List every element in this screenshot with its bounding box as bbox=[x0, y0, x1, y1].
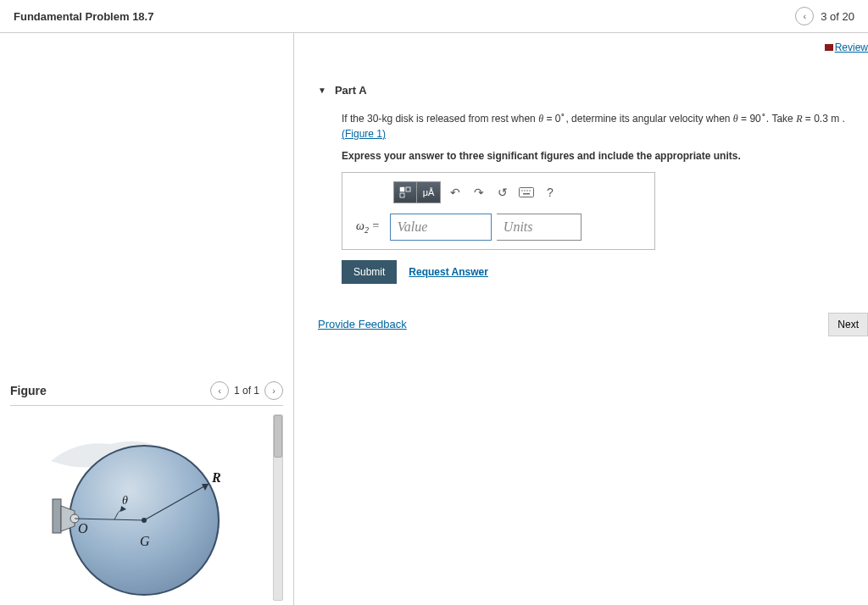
svg-point-8 bbox=[526, 190, 528, 191]
units-mu-button[interactable]: μÅ bbox=[417, 181, 441, 203]
value-input[interactable]: Value bbox=[390, 214, 492, 241]
left-panel: Figure ‹ 1 of 1 › bbox=[0, 33, 294, 605]
label-R: R bbox=[211, 470, 221, 485]
svg-point-7 bbox=[524, 190, 526, 191]
request-answer-link[interactable]: Request Answer bbox=[409, 266, 488, 278]
figure-title: Figure bbox=[10, 384, 47, 397]
part-header: ▼ Part A bbox=[318, 84, 858, 97]
figure-image: O G R θ bbox=[10, 414, 270, 601]
review-link[interactable]: Review bbox=[825, 42, 868, 53]
instruction-text: Express your answer to three significant… bbox=[342, 150, 858, 162]
page-header: Fundamental Problem 18.7 ‹ 3 of 20 bbox=[0, 0, 868, 33]
svg-point-9 bbox=[529, 190, 531, 191]
figure-scroll: O G R θ bbox=[10, 414, 283, 601]
label-G: G bbox=[140, 534, 150, 548]
figure-1-link[interactable]: (Figure 1) bbox=[342, 128, 386, 140]
question-text: If the 30-kg disk is released from rest … bbox=[342, 110, 858, 142]
figure-scrollbar[interactable] bbox=[273, 414, 283, 601]
svg-rect-5 bbox=[520, 188, 534, 197]
omega-label: ω2 = bbox=[351, 219, 385, 235]
submit-row: Submit Request Answer bbox=[342, 260, 858, 284]
problem-position: 3 of 20 bbox=[821, 10, 854, 23]
provide-feedback-link[interactable]: Provide Feedback bbox=[318, 318, 407, 330]
prev-problem-button[interactable]: ‹ bbox=[795, 7, 814, 25]
svg-rect-2 bbox=[400, 187, 404, 191]
equation-toolbar: μÅ ↶ ↷ ↺ ? bbox=[351, 181, 646, 203]
figure-next-button[interactable]: › bbox=[264, 381, 283, 400]
right-panel: Review ▼ Part A If the 30-kg disk is rel… bbox=[294, 33, 868, 605]
figure-nav: ‹ 1 of 1 › bbox=[210, 381, 283, 400]
svg-point-6 bbox=[521, 190, 523, 191]
scroll-thumb[interactable] bbox=[274, 415, 282, 458]
main-container: Figure ‹ 1 of 1 › bbox=[0, 33, 868, 605]
figure-prev-button[interactable]: ‹ bbox=[210, 381, 229, 400]
part-a-section: ▼ Part A If the 30-kg disk is released f… bbox=[318, 84, 858, 330]
format-group: μÅ bbox=[393, 181, 441, 203]
disk-diagram: O G R θ bbox=[42, 414, 237, 601]
template-icon bbox=[399, 186, 411, 198]
answer-box: μÅ ↶ ↷ ↺ ? ω2 = Value Units bbox=[342, 172, 655, 250]
template-button[interactable] bbox=[393, 181, 417, 203]
svg-rect-3 bbox=[406, 187, 410, 191]
problem-title: Fundamental Problem 18.7 bbox=[14, 10, 153, 23]
help-button[interactable]: ? bbox=[541, 183, 559, 202]
figure-header: Figure ‹ 1 of 1 › bbox=[10, 381, 283, 406]
reset-button[interactable]: ↺ bbox=[493, 183, 512, 202]
label-theta: θ bbox=[122, 494, 128, 507]
units-input[interactable]: Units bbox=[497, 214, 581, 241]
keyboard-icon bbox=[519, 187, 534, 197]
problem-nav: ‹ 3 of 20 bbox=[795, 7, 854, 25]
submit-button[interactable]: Submit bbox=[342, 260, 397, 284]
part-title: Part A bbox=[335, 84, 367, 97]
svg-rect-0 bbox=[53, 499, 61, 533]
collapse-icon[interactable]: ▼ bbox=[318, 86, 326, 95]
undo-button[interactable]: ↶ bbox=[446, 183, 465, 202]
svg-rect-10 bbox=[523, 193, 530, 195]
keyboard-button[interactable] bbox=[517, 183, 536, 202]
figure-section: Figure ‹ 1 of 1 › bbox=[10, 381, 283, 601]
figure-position: 1 of 1 bbox=[234, 385, 259, 397]
label-O: O bbox=[78, 521, 88, 536]
next-button[interactable]: Next bbox=[828, 313, 868, 336]
svg-rect-4 bbox=[400, 193, 404, 197]
redo-button[interactable]: ↷ bbox=[470, 183, 488, 202]
answer-input-row: ω2 = Value Units bbox=[351, 214, 646, 241]
